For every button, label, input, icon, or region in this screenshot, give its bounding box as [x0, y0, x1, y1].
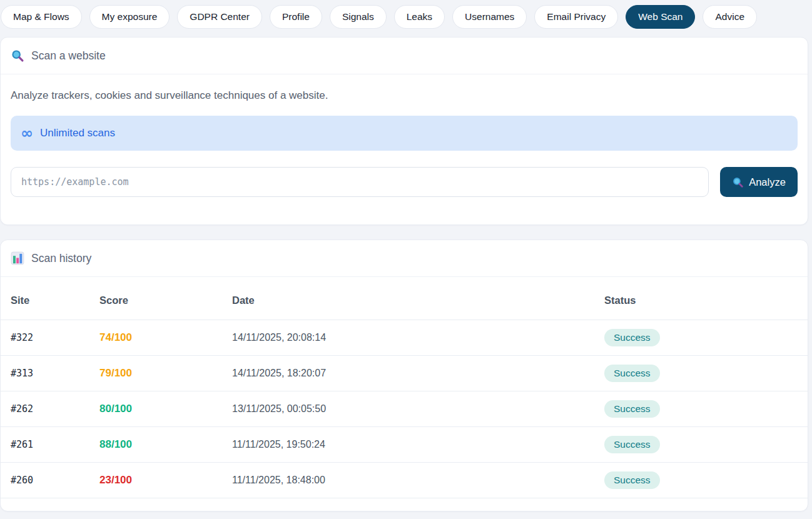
status-badge: Success	[604, 329, 660, 346]
score-value: 23/100	[99, 474, 132, 486]
history-card-title: Scan history	[31, 252, 91, 265]
scan-date: 13/11/2025, 00:05:50	[222, 391, 594, 427]
status-badge: Success	[604, 471, 660, 489]
scan-website-card: Scan a website Analyze trackers, cookies…	[0, 37, 808, 225]
nav-tab-usernames[interactable]: Usernames	[452, 5, 527, 29]
scan-input-row: Analyze	[11, 167, 798, 214]
score-value: 79/100	[99, 367, 132, 379]
status-badge: Success	[604, 365, 660, 382]
col-header-status: Status	[594, 277, 808, 320]
site-id: #313	[1, 356, 89, 391]
table-row: #262 80/100 13/11/2025, 00:05:50 Success	[1, 391, 808, 427]
site-id: #261	[1, 427, 89, 463]
site-id: #260	[1, 463, 89, 498]
unlimited-scans-banner: ∞ Unlimited scans	[11, 116, 798, 151]
scan-date: 14/11/2025, 18:20:07	[222, 356, 594, 391]
nav-tab-leaks[interactable]: Leaks	[394, 5, 445, 29]
table-row: #313 79/100 14/11/2025, 18:20:07 Success	[1, 356, 808, 391]
scan-history-card: Scan history Site Score Date Status #322…	[0, 239, 808, 511]
scan-date: 11/11/2025, 19:50:24	[222, 427, 594, 463]
score-value: 74/100	[99, 331, 132, 343]
scan-card-title: Scan a website	[31, 49, 106, 63]
score-value: 80/100	[99, 403, 132, 415]
analyze-button-label: Analyze	[749, 176, 786, 188]
status-badge: Success	[604, 400, 660, 418]
top-nav: Map & FlowsMy exposureGDPR CenterProfile…	[0, 0, 812, 29]
infinity-icon: ∞	[21, 127, 33, 139]
scan-description: Analyze trackers, cookies and surveillan…	[11, 89, 798, 102]
bar-chart-icon	[11, 251, 24, 265]
history-card-header: Scan history	[1, 240, 808, 277]
scan-date: 14/11/2025, 20:08:14	[222, 320, 594, 356]
table-row: #261 88/100 11/11/2025, 19:50:24 Success	[1, 427, 808, 463]
nav-tab-advice[interactable]: Advice	[703, 5, 757, 29]
nav-tab-signals[interactable]: Signals	[330, 5, 387, 29]
col-header-date: Date	[222, 277, 594, 320]
nav-tab-my-exposure[interactable]: My exposure	[89, 5, 170, 29]
scan-date: 11/11/2025, 18:48:00	[222, 463, 594, 498]
url-input[interactable]	[11, 167, 709, 197]
status-badge: Success	[604, 436, 660, 453]
nav-tab-email-privacy[interactable]: Email Privacy	[534, 5, 618, 29]
scan-history-table: Site Score Date Status #322 74/100 14/11…	[1, 277, 808, 498]
col-header-site: Site	[1, 277, 89, 320]
scan-card-header: Scan a website	[1, 38, 808, 74]
nav-tab-profile[interactable]: Profile	[270, 5, 322, 29]
magnifier-icon	[732, 176, 744, 188]
nav-tab-web-scan[interactable]: Web Scan	[626, 5, 695, 29]
site-id: #322	[1, 320, 89, 356]
table-row: #322 74/100 14/11/2025, 20:08:14 Success	[1, 320, 808, 356]
magnifier-icon	[11, 49, 24, 63]
analyze-button[interactable]: Analyze	[720, 167, 798, 197]
site-id: #262	[1, 391, 89, 427]
banner-text: Unlimited scans	[40, 127, 115, 139]
table-header-row: Site Score Date Status	[1, 277, 808, 320]
nav-tab-gdpr-center[interactable]: GDPR Center	[177, 5, 262, 29]
table-row: #260 23/100 11/11/2025, 18:48:00 Success	[1, 463, 808, 498]
nav-tab-map-flows[interactable]: Map & Flows	[1, 5, 82, 29]
col-header-score: Score	[89, 277, 222, 320]
scan-history-rows: #322 74/100 14/11/2025, 20:08:14 Success…	[1, 320, 808, 498]
score-value: 88/100	[99, 438, 132, 450]
